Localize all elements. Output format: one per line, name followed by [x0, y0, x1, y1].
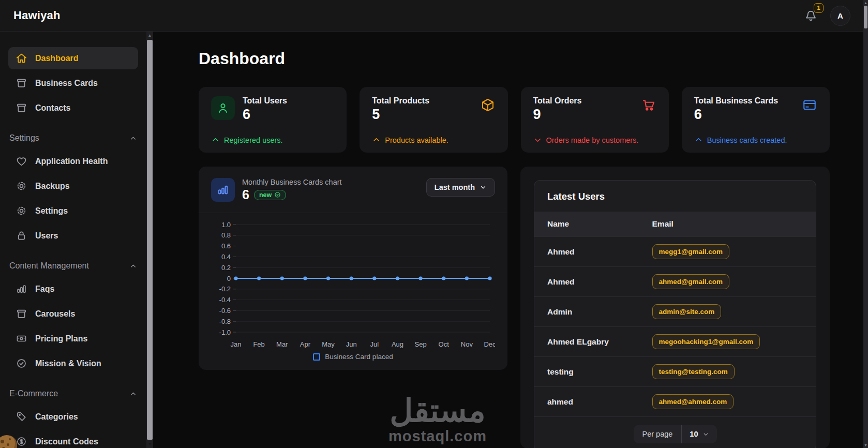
- section-title: Settings: [9, 133, 39, 143]
- sidebar-item-dashboard[interactable]: Dashboard: [8, 47, 138, 69]
- svg-text:-1.0: -1.0: [219, 328, 231, 336]
- window-scrollbar-thumb[interactable]: [864, 6, 867, 28]
- table-row: Admin admin@site.com: [534, 296, 816, 326]
- sidebar-item-label: Dashboard: [35, 54, 79, 63]
- topbar-actions: 1 A: [804, 6, 850, 26]
- sidebar: Dashboard Business Cards Contacts Settin…: [0, 32, 146, 448]
- stat-title: Total Orders: [533, 96, 633, 106]
- sidebar-section-ecommerce[interactable]: E-Commerce: [8, 389, 138, 398]
- email-badge[interactable]: megg1@gmail.com: [652, 244, 729, 259]
- svg-text:Jul: Jul: [370, 340, 379, 348]
- sidebar-section-content-management[interactable]: Content Management: [8, 261, 138, 271]
- sidebar-section-settings[interactable]: Settings: [8, 133, 138, 143]
- table-footer: Per page 10: [534, 416, 816, 448]
- tag-icon: [16, 411, 27, 423]
- sidebar-item-settings[interactable]: Settings: [8, 200, 138, 222]
- user-name: Admin: [547, 307, 652, 317]
- archive-box-icon: [16, 102, 27, 114]
- email-badge[interactable]: testing@testing.com: [652, 364, 735, 379]
- trend-chevron-icon: [211, 136, 220, 144]
- sidebar-item-discount-codes[interactable]: Discount Codes: [8, 430, 138, 448]
- user-name: Ahmed: [547, 247, 652, 257]
- email-badge[interactable]: ahmed@gmail.com: [652, 274, 729, 289]
- legend-label: Business Card placed: [325, 353, 393, 361]
- stat-title: Total Users: [243, 96, 334, 106]
- sidebar-item-carousels[interactable]: Carousels: [8, 303, 138, 325]
- sidebar-item-label: Carousels: [35, 309, 75, 319]
- svg-text:Jan: Jan: [231, 340, 242, 348]
- stat-title: Total Business Cards: [694, 96, 794, 106]
- notifications-button[interactable]: 1: [804, 9, 818, 23]
- sidebar-item-contacts[interactable]: Contacts: [8, 97, 138, 119]
- svg-text:0.4: 0.4: [221, 253, 231, 261]
- range-select[interactable]: Last month: [426, 178, 495, 197]
- section-title: E-Commerce: [9, 389, 58, 398]
- email-badge[interactable]: megoohacking1@gmail.com: [652, 334, 760, 349]
- brand-logo: Hawiyah: [13, 9, 61, 22]
- chart-icon: [211, 178, 235, 202]
- svg-text:0.6: 0.6: [221, 242, 231, 250]
- sidebar-item-label: Pricing Plans: [35, 334, 87, 344]
- scroll-up-arrow-icon[interactable]: ▲: [146, 32, 153, 39]
- svg-text:May: May: [322, 340, 335, 348]
- scroll-up-arrow-icon[interactable]: ▲: [863, 1, 868, 5]
- stat-title: Total Products: [372, 96, 472, 106]
- main-content: Dashboard Total Users 6: [153, 32, 868, 448]
- scroll-down-arrow-icon[interactable]: ▼: [146, 440, 153, 448]
- svg-text:-0.8: -0.8: [219, 318, 231, 325]
- table-row: Ahmed ELgabry megoohacking1@gmail.com: [534, 326, 816, 356]
- svg-text:1.0: 1.0: [221, 221, 231, 229]
- sidebar-item-label: Backups: [35, 182, 70, 191]
- sidebar-item-users[interactable]: Users: [8, 225, 138, 247]
- window-scrollbar[interactable]: ▲ ▼: [863, 0, 868, 448]
- stats-row: Total Users 6 Registered users. Total Pr…: [199, 87, 830, 153]
- latest-users-title: Latest Users: [534, 181, 816, 212]
- chart-legend[interactable]: Business Card placed: [211, 353, 495, 361]
- sidebar-item-faqs[interactable]: Faqs: [8, 278, 138, 300]
- sidebar-item-business-cards[interactable]: Business Cards: [8, 72, 138, 94]
- sidebar-item-backups[interactable]: Backups: [8, 175, 138, 197]
- scroll-down-arrow-icon[interactable]: ▼: [863, 443, 868, 447]
- monthly-chart-card: Monthly Business Cards chart 6 new: [199, 167, 507, 370]
- chevron-up-icon: [129, 135, 137, 142]
- heart-icon: [16, 155, 27, 167]
- column-header-email: Email: [652, 219, 674, 229]
- trend-chevron-icon: [533, 136, 542, 144]
- sidebar-scrollbar[interactable]: ▲ ▼: [146, 32, 153, 448]
- chevron-down-icon: [480, 184, 487, 191]
- chart-card-title: Monthly Business Cards chart: [242, 178, 342, 186]
- email-badge[interactable]: admin@site.com: [652, 304, 722, 319]
- svg-text:-0.6: -0.6: [219, 307, 231, 315]
- check-circle-icon: [274, 191, 281, 198]
- section-title: Content Management: [9, 261, 89, 271]
- per-page-value: 10: [690, 430, 698, 438]
- stat-note: Registered users.: [211, 136, 334, 144]
- user-name: Ahmed: [547, 277, 652, 287]
- sidebar-item-label: Settings: [35, 206, 68, 216]
- archive-box-icon: [16, 308, 27, 320]
- svg-text:0: 0: [227, 275, 231, 282]
- sidebar-scrollbar-thumb[interactable]: [147, 40, 153, 440]
- user-icon: [211, 96, 235, 120]
- email-badge[interactable]: ahmed@ahmed.com: [652, 394, 734, 409]
- stat-value: 9: [533, 107, 633, 122]
- trend-chevron-icon: [372, 136, 381, 144]
- svg-text:0.8: 0.8: [221, 231, 231, 239]
- sidebar-item-application-health[interactable]: Application Health: [8, 150, 138, 172]
- sidebar-item-mission-vision[interactable]: Mission & Vision: [8, 352, 138, 375]
- user-name: ahmed: [547, 397, 652, 407]
- stat-card-total-users: Total Users 6 Registered users.: [199, 87, 347, 153]
- sidebar-item-label: Faqs: [35, 285, 54, 294]
- per-page-select[interactable]: Per page 10: [634, 425, 717, 443]
- stat-card-total-orders: Total Orders 9 Orders made by customers.: [521, 87, 669, 153]
- stat-note: Business cards created.: [694, 136, 817, 144]
- sidebar-item-categories[interactable]: Categories: [8, 406, 138, 428]
- user-avatar[interactable]: A: [830, 6, 850, 26]
- chevron-up-icon: [129, 390, 137, 398]
- legend-checkbox-icon[interactable]: [313, 353, 320, 361]
- chevron-down-icon: [702, 431, 709, 438]
- gear-icon: [16, 180, 27, 192]
- sidebar-item-pricing-plans[interactable]: Pricing Plans: [8, 327, 138, 350]
- cube-icon: [480, 97, 496, 113]
- shopping-cart-icon: [641, 97, 656, 113]
